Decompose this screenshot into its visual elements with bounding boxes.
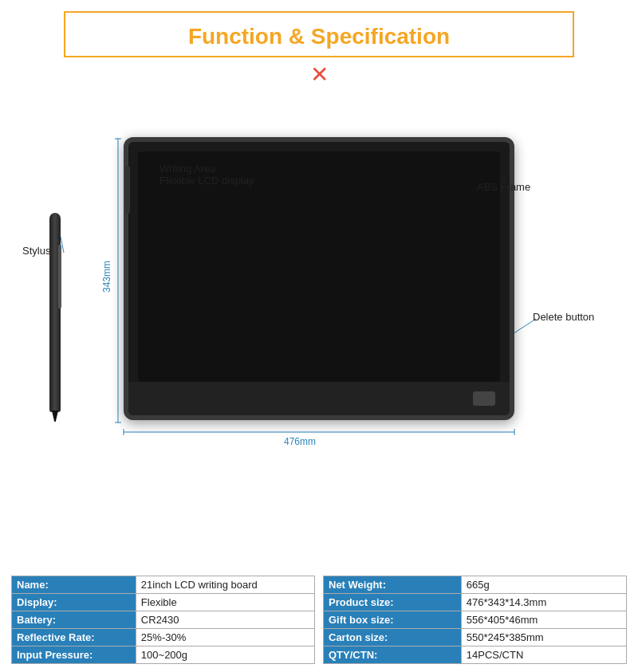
spec-value-cell: 25%-30% (136, 629, 314, 646)
page-title: Function & Specification (188, 24, 450, 49)
table-row: Carton size:550*245*385mm (324, 629, 627, 646)
tablet-delete-button (473, 391, 495, 406)
spec-label-cell: Reflective Rate: (12, 629, 136, 646)
spec-table-right: Net Weight:665gProduct size:476*343*14.3… (323, 576, 627, 664)
delete-button-label: Delete button (533, 311, 594, 323)
spec-label-cell: Display: (12, 594, 136, 611)
spec-value-cell: CR2430 (136, 611, 314, 629)
spec-label-cell: Net Weight: (324, 576, 462, 594)
spec-value-cell: 14PCS/CTN (461, 646, 626, 664)
width-dimension-label: 476mm (284, 436, 316, 447)
tablet-bottom-bar (128, 382, 510, 415)
diagram-area: Stylus Writing Area Flexible LCD display… (0, 89, 638, 440)
stylus-clip (58, 245, 61, 308)
spec-label-cell: Gift box size: (324, 611, 462, 629)
spec-value-cell: 100~200g (136, 646, 314, 664)
spec-label-cell: Carton size: (324, 629, 462, 646)
spec-tables-container: Name:21inch LCD writing boardDisplay:Fle… (11, 576, 627, 664)
spec-value-cell: 21inch LCD writing board (136, 576, 314, 594)
table-row: Net Weight:665g (324, 576, 627, 594)
spec-value-cell: 665g (461, 576, 626, 594)
spec-label-cell: Name: (12, 576, 136, 594)
header-box: Function & Specification (64, 11, 574, 57)
x-mark: ✕ (0, 64, 638, 86)
stylus-image (49, 213, 61, 412)
stylus-label: Stylus (22, 245, 50, 257)
spec-label-cell: QTY/CTN: (324, 646, 462, 664)
spec-label-cell: Input Pressure: (12, 646, 136, 664)
stylus-tip (52, 411, 58, 422)
height-dimension-label: 343mm (101, 261, 112, 293)
spec-label-cell: Battery: (12, 611, 136, 629)
spec-value-cell: 550*245*385mm (461, 629, 626, 646)
spec-label-cell: Product size: (324, 594, 462, 611)
table-row: Gift box size:556*405*46mm (324, 611, 627, 629)
table-row: Name:21inch LCD writing board (12, 576, 315, 594)
table-row: QTY/CTN:14PCS/CTN (324, 646, 627, 664)
abs-frame-label: ABS Frame (477, 181, 530, 193)
tablet-side-pen (125, 166, 130, 214)
spec-value-cell: Flexible (136, 594, 314, 611)
spec-table-left: Name:21inch LCD writing boardDisplay:Fle… (11, 576, 315, 664)
spec-value-cell: 556*405*46mm (461, 611, 626, 629)
writing-area-label: Writing Area Flexible LCD display (160, 163, 254, 187)
table-row: Input Pressure:100~200g (12, 646, 315, 664)
spec-value-cell: 476*343*14.3mm (461, 594, 626, 611)
table-row: Battery:CR2430 (12, 611, 315, 629)
table-row: Reflective Rate:25%-30% (12, 629, 315, 646)
table-row: Product size:476*343*14.3mm (324, 594, 627, 611)
table-row: Display:Flexible (12, 594, 315, 611)
